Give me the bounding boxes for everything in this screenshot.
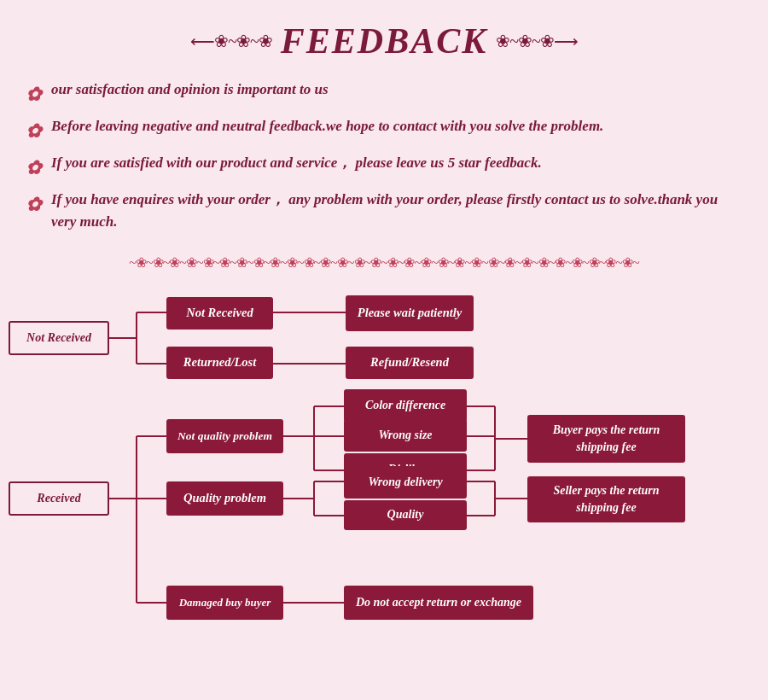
wrong-delivery-box: Wrong delivery xyxy=(344,466,467,499)
bullet-text-2: Before leaving negative and neutral feed… xyxy=(51,115,603,137)
list-item: ✿ If you have enquires with your order， … xyxy=(26,189,742,232)
please-wait-box: Please wait patiently xyxy=(346,295,474,331)
bullet-text-4: If you have enquires with your order， an… xyxy=(51,189,742,232)
damaged-box: Damaged buy buyer xyxy=(166,586,283,620)
flow-container: Not Received Not Received Returned/Lost … xyxy=(9,287,759,645)
flowchart-section: Not Received Not Received Returned/Lost … xyxy=(0,270,768,662)
divider: ~❀~❀~❀~❀~❀~❀~❀~❀~❀~❀~❀~❀~❀~❀~❀~❀~❀~❀~❀~❀… xyxy=(0,254,768,270)
quality-problem-box: Quality problem xyxy=(166,481,283,516)
bullet-icon-2: ✿ xyxy=(26,117,41,145)
bullet-icon-4: ✿ xyxy=(26,190,41,219)
buyer-pays-box: Buyer pays the return shipping fee xyxy=(527,415,685,463)
deco-left: ⟵❀~❀~❀ xyxy=(190,31,272,51)
deco-right: ❀~❀~❀⟶ xyxy=(496,31,578,51)
bullet-text-1: our satisfaction and opinion is importan… xyxy=(51,79,329,101)
header-decoration: ⟵❀~❀~❀ FEEDBACK ❀~❀~❀⟶ xyxy=(190,20,578,61)
header-section: ⟵❀~❀~❀ FEEDBACK ❀~❀~❀⟶ xyxy=(0,0,768,70)
seller-pays-box: Seller pays the return shipping fee xyxy=(527,476,685,522)
wrong-size-box: Wrong size xyxy=(344,419,467,452)
bullet-icon-3: ✿ xyxy=(26,154,41,182)
not-quality-box: Not quality problem xyxy=(166,419,283,453)
list-item: ✿ Before leaving negative and neutral fe… xyxy=(26,115,742,145)
page-title: FEEDBACK xyxy=(281,20,487,61)
color-diff-box: Color difference xyxy=(344,389,467,422)
list-item: ✿ our satisfaction and opinion is import… xyxy=(26,79,742,108)
bullet-icon-1: ✿ xyxy=(26,80,41,108)
list-item: ✿ If you are satisfied with our product … xyxy=(26,152,742,182)
returned-lost-box: Returned/Lost xyxy=(166,347,273,379)
not-received-branch-box: Not Received xyxy=(166,297,273,330)
no-return-box: Do not accept return or exchange xyxy=(344,586,533,620)
not-received-left-box: Not Received xyxy=(9,321,109,355)
quality-sub-box: Quality xyxy=(344,500,467,530)
feedback-list: ✿ our satisfaction and opinion is import… xyxy=(0,70,768,248)
bullet-text-3: If you are satisfied with our product an… xyxy=(51,152,542,174)
received-left-box: Received xyxy=(9,481,109,516)
refund-resend-box: Refund/Resend xyxy=(346,347,474,379)
